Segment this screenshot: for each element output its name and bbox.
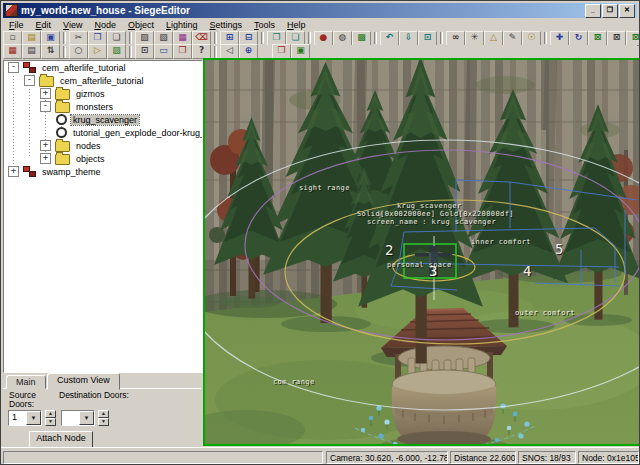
chevron-down-icon[interactable]: ▼ <box>26 411 41 425</box>
move-gizmo-icon[interactable]: ⊕ <box>239 44 258 59</box>
toolbar-separator <box>440 32 443 44</box>
status-distance: Distance 22.600 <box>450 451 516 464</box>
label-com-range: com range <box>273 378 315 386</box>
toolbar-separator <box>374 32 377 44</box>
spin-down-icon[interactable]: ▼ <box>45 418 56 426</box>
node-settings-icon[interactable]: ✳ <box>465 31 484 46</box>
folder-icon <box>55 89 70 100</box>
tab-custom-view[interactable]: Custom View <box>47 373 120 390</box>
rotate-node-icon[interactable]: ↶ <box>380 31 399 46</box>
drop-to-ground-icon[interactable]: ⇩ <box>399 31 418 46</box>
expander-icon[interactable]: - <box>8 62 19 73</box>
tree-item-label: cem_afterlife_tutorial <box>58 76 146 86</box>
folder-icon <box>55 154 70 165</box>
destination-doors-stepper[interactable]: ▲ ▼ <box>98 410 109 426</box>
status-snos: SNOs: 18/93 <box>518 451 576 464</box>
node-tree-panel[interactable]: - cem_afterlife_tutorial - cem_afterlife… <box>3 60 203 373</box>
close-button[interactable]: ✕ <box>619 4 635 18</box>
menu-object[interactable]: Object <box>122 19 160 31</box>
tree-item-nodes[interactable]: + nodes <box>4 139 202 152</box>
destination-doors-combo[interactable]: ▼ <box>61 410 95 426</box>
tree-item-label: tutorial_gen_explode_door-krug_grunt <box>71 128 203 138</box>
tree-item-objects[interactable]: + objects <box>4 152 202 165</box>
menu-edit[interactable]: Edit <box>30 19 58 31</box>
menu-view[interactable]: View <box>57 19 88 31</box>
help-pick-icon[interactable]: ? <box>192 44 211 59</box>
menu-settings[interactable]: Settings <box>204 19 249 31</box>
status-camera: Camera: 30.620, -6.000, -12.788 <box>326 451 448 464</box>
move-tool-icon[interactable]: ✚ <box>550 31 569 46</box>
rotate-tool-icon[interactable]: ↻ <box>569 31 588 46</box>
source-doors-value: 1 <box>9 411 26 425</box>
menu-lighting[interactable]: Lighting <box>160 19 204 31</box>
expander-icon[interactable]: + <box>8 166 19 177</box>
spin-down-icon[interactable]: ▼ <box>98 418 109 426</box>
lock-x-icon[interactable]: ⊠ <box>588 31 607 46</box>
sort-items-icon[interactable]: ⇅ <box>41 44 60 59</box>
object-boxes-2-icon[interactable]: ❐ <box>272 44 291 59</box>
lock-z-icon[interactable]: ⊠ <box>626 31 640 46</box>
tab-main[interactable]: Main <box>6 375 46 389</box>
attach-node-button[interactable]: Attach Node <box>29 431 93 448</box>
expander-icon[interactable]: + <box>40 140 51 151</box>
toolbar-row-1: ▫ ▤ ▣ ✂ ❐ ❏ ▨ ▧ ▦ ⌫ ⊞ ⊟ ❐ ❏ ● ◍ ▩ ↶ ⇩ ⊡ … <box>3 31 637 45</box>
terrain-paint-icon[interactable]: ▩ <box>352 31 371 46</box>
circle-tool-icon[interactable]: ○ <box>69 44 88 59</box>
toolbar-separator <box>63 32 66 44</box>
door-number-3: 3 <box>429 263 437 279</box>
camera-view-icon[interactable]: ▭ <box>154 44 173 59</box>
object-boxes-icon[interactable]: ❐ <box>173 44 192 59</box>
expander-icon[interactable]: + <box>40 88 51 99</box>
paint-bucket-icon[interactable]: ◍ <box>333 31 352 46</box>
menu-help[interactable]: Help <box>281 19 312 31</box>
lock-y-icon[interactable]: ⊠ <box>607 31 626 46</box>
tree-item-explode-door-grunt[interactable]: tutorial_gen_explode_door-krug_grunt <box>4 126 202 139</box>
monster-icon <box>56 114 67 125</box>
brush-tool-icon[interactable]: ▨ <box>107 44 126 59</box>
light-bulb-icon[interactable]: ☉ <box>522 31 541 46</box>
toolbar-separator <box>63 46 66 58</box>
tree-item-label: cem_afterlife_tutorial <box>40 63 128 73</box>
pick-tool-icon[interactable]: ▷ <box>88 44 107 59</box>
light-flask-icon[interactable]: △ <box>484 31 503 46</box>
source-doors-combo[interactable]: 1 ▼ <box>8 410 42 426</box>
tree-item-swamp-theme[interactable]: + swamp_theme <box>4 165 202 178</box>
tree-item-region-folder[interactable]: - cem_afterlife_tutorial <box>4 74 202 87</box>
spin-up-icon[interactable]: ▲ <box>98 410 109 418</box>
table-view-icon[interactable]: ▤ <box>22 44 41 59</box>
expander-icon[interactable]: + <box>40 153 51 164</box>
minimize-button[interactable]: _ <box>585 4 601 18</box>
select-cursor-icon[interactable]: ◁ <box>220 44 239 59</box>
source-doors-stepper[interactable]: ▲ ▼ <box>45 410 56 426</box>
grid-snap-icon[interactable]: ▦ <box>3 44 22 59</box>
toolbar-separator <box>214 32 217 44</box>
menu-tools[interactable]: Tools <box>248 19 281 31</box>
preview-window-icon[interactable]: ⊡ <box>135 44 154 59</box>
status-node: Node: 0x1e105fbc <box>578 451 639 464</box>
expander-icon[interactable]: - <box>24 75 35 86</box>
menu-node[interactable]: Node <box>88 19 122 31</box>
label-monster-name: krug_scavenger <box>397 202 462 210</box>
tree-item-label: monsters <box>74 102 115 112</box>
edit-pencil-icon[interactable]: ✎ <box>503 31 522 46</box>
label-outer-comfort: outer comfort <box>515 309 575 317</box>
node-box-icon[interactable]: ▣ <box>291 44 310 59</box>
chevron-down-icon[interactable]: ▼ <box>79 411 94 425</box>
expander-icon[interactable]: - <box>40 101 51 112</box>
destination-doors-label: Destination Doors: <box>59 391 151 400</box>
viewport-3d-scene[interactable]: sight range krug_scavenger Solid[0x00200… <box>203 58 640 446</box>
tree-item-krug-scavenger[interactable]: krug_scavenger <box>4 113 202 126</box>
tree-item-region-root[interactable]: - cem_afterlife_tutorial <box>4 61 202 74</box>
title-bar[interactable]: my_world-new_house - SiegeEditor _ ❐ ✕ <box>3 3 637 18</box>
snap-node-icon[interactable]: ⊡ <box>418 31 437 46</box>
link-nodes-icon[interactable]: ∞ <box>446 31 465 46</box>
restore-button[interactable]: ❐ <box>602 4 618 18</box>
tree-item-monsters[interactable]: - monsters <box>4 100 202 113</box>
spin-up-icon[interactable]: ▲ <box>45 410 56 418</box>
tree-item-gizmos[interactable]: + gizmos <box>4 87 202 100</box>
material-ball-icon[interactable]: ● <box>314 31 333 46</box>
toolbar-separator <box>129 32 132 44</box>
menu-bar: File Edit View Node Object Lighting Sett… <box>3 18 637 31</box>
toolbar-separator <box>129 46 132 58</box>
menu-file[interactable]: File <box>3 19 30 31</box>
